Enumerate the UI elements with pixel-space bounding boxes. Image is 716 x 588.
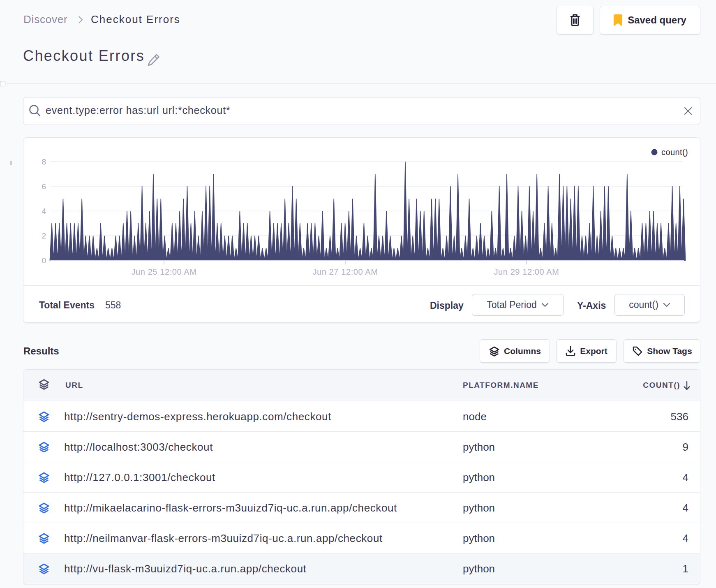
svg-text:8: 8: [42, 157, 46, 166]
svg-text:Jun 29 12:00 AM: Jun 29 12:00 AM: [494, 267, 559, 276]
svg-text:0: 0: [42, 256, 46, 265]
svg-text:2: 2: [42, 231, 46, 240]
svg-text:count(): count(): [661, 148, 688, 157]
svg-text:6: 6: [42, 182, 46, 191]
svg-text:Jun 27 12:00 AM: Jun 27 12:00 AM: [312, 267, 378, 276]
svg-text:4: 4: [42, 207, 46, 215]
svg-text:Jun 25 12:00 AM: Jun 25 12:00 AM: [131, 267, 196, 276]
